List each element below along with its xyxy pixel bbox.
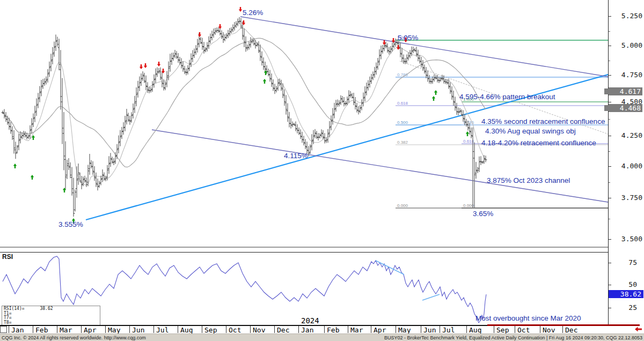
pane-divider[interactable] — [0, 247, 644, 248]
buy-signal-arrow-icon — [434, 90, 437, 95]
chart-annotation[interactable]: 4.35% second retracement confluence — [481, 117, 605, 125]
month-label[interactable]: Nov — [253, 326, 265, 334]
price-axis[interactable]: 5.2505.0004.7504.5004.2504.0003.7503.500… — [608, 0, 644, 333]
month-label[interactable]: Aug — [469, 326, 481, 334]
month-tick — [81, 326, 82, 333]
month-label[interactable]: Apr — [84, 326, 96, 334]
price-level-badge: 4.617 — [609, 87, 642, 95]
month-label[interactable]: May — [108, 326, 120, 334]
month-label[interactable]: Nov — [543, 326, 555, 334]
rsi-info-line: T7= — [4, 316, 100, 321]
sell-signal-arrow-icon — [198, 32, 201, 37]
month-tick — [33, 326, 33, 333]
chart-annotation[interactable]: 4.30% Aug equal swings obj — [485, 127, 576, 135]
month-tick — [226, 326, 226, 333]
price-axis-tick — [609, 102, 611, 102]
time-axis-corner-box[interactable] — [0, 326, 7, 333]
buy-signal-arrow-icon — [432, 96, 435, 101]
rsi-axis-tick — [609, 263, 611, 263]
chart-annotation[interactable]: Most overbought since Mar 2020 — [475, 314, 581, 322]
month-tick — [540, 326, 540, 333]
month-label[interactable]: Dec — [565, 326, 577, 334]
price-axis-label: 3.750 — [610, 194, 642, 202]
month-label[interactable]: Sep — [204, 326, 217, 334]
sell-signal-arrow-icon — [144, 63, 147, 68]
month-label[interactable]: Jul — [156, 326, 169, 334]
month-tick — [421, 326, 421, 333]
chart-annotation[interactable]: 4.595-4.66% pattern breakout — [459, 93, 555, 101]
month-tick — [515, 326, 515, 333]
chart-annotation[interactable]: 5.26% — [243, 9, 263, 17]
rsi-pane-label: RSI — [2, 253, 13, 261]
statusbar-copyright: CQG Inc. © 2024 All rights reserved worl… — [2, 335, 146, 340]
month-tick — [371, 326, 371, 333]
month-label[interactable]: Apr — [374, 326, 386, 334]
sell-signal-arrow-icon — [397, 45, 400, 50]
price-axis-label: 3.500 — [610, 235, 642, 243]
price-level-badge: 4.468 — [609, 104, 642, 112]
month-label[interactable]: Dec — [277, 326, 289, 334]
month-tick — [396, 326, 396, 333]
month-tick — [153, 326, 154, 333]
month-label[interactable]: Jun — [132, 326, 144, 334]
month-label[interactable]: Oct — [229, 326, 241, 334]
sell-signal-arrow-icon — [157, 62, 160, 66]
price-axis-tick — [609, 16, 611, 17]
month-label[interactable]: Jan — [11, 326, 24, 334]
month-label[interactable]: Jan — [301, 326, 313, 334]
month-label[interactable]: Oct — [517, 326, 530, 334]
scroll-left-arrow-icon[interactable] — [634, 326, 642, 332]
price-axis-minor-tick — [609, 31, 610, 32]
price-axis-tick — [609, 75, 611, 76]
month-tick — [562, 326, 563, 333]
rsi-study-infobox[interactable]: RSI(14)= 38.62 T1= T7= T8= — [2, 306, 100, 325]
chart-annotation[interactable]: 4.115% — [284, 152, 308, 160]
month-tick — [250, 326, 251, 333]
month-label[interactable]: May — [398, 326, 411, 334]
chart-annotation[interactable]: 3.555% — [58, 220, 83, 228]
month-tick — [105, 326, 106, 333]
price-axis-tick — [609, 239, 611, 240]
rsi-info-line: T8= — [4, 321, 100, 325]
price-axis-tick — [609, 136, 611, 136]
price-axis-minor-tick — [609, 61, 610, 61]
month-label[interactable]: Aug — [180, 326, 193, 334]
fib-level-label: 0.382 — [397, 140, 408, 145]
chart-plot-area[interactable]: 1.0000.7860.6180.5000.3820.0001.0000.786… — [0, 0, 608, 325]
month-tick — [129, 326, 130, 333]
month-tick — [440, 326, 440, 333]
rsi-info-line: T1= — [4, 312, 100, 316]
month-label[interactable]: Jun — [423, 326, 436, 334]
price-axis-minor-tick — [609, 219, 610, 219]
cqg-chart-window: 1.0000.7860.6180.5000.3820.0001.0000.786… — [0, 0, 644, 341]
month-tick — [494, 326, 494, 333]
price-level-badge-tab — [604, 105, 609, 111]
price-axis-label: 5.000 — [610, 41, 642, 49]
chart-annotation[interactable]: 3.65% — [473, 210, 493, 218]
price-level-badge-tab — [604, 88, 609, 94]
month-label[interactable]: Feb — [327, 326, 339, 334]
buy-signal-arrow-icon — [13, 164, 17, 168]
price-axis-minor-tick — [609, 151, 610, 152]
price-axis-label: 5.250 — [610, 12, 642, 20]
price-axis-tick — [609, 46, 611, 46]
fib-level-label: 0.000 — [397, 203, 408, 208]
time-axis[interactable]: JanFebMarAprMayJunJulAugSepOctNovDecJanF… — [0, 326, 644, 333]
month-label[interactable]: Mar — [350, 326, 363, 334]
buy-signal-arrow-icon — [263, 79, 266, 84]
month-label[interactable]: Mar — [60, 326, 72, 334]
month-label[interactable]: Jul — [442, 326, 455, 334]
month-label[interactable]: Sep — [496, 326, 509, 334]
rsi-axis-tick — [609, 285, 611, 285]
year-label: 2024 — [301, 316, 319, 325]
month-tick — [324, 326, 325, 333]
sell-signal-arrow-icon — [218, 24, 222, 29]
rsi-pane-border — [0, 252, 608, 253]
chart-annotation[interactable]: 4.18-4.20% retracement confluence — [481, 139, 596, 147]
chart-annotation[interactable]: 3.875% Oct 2023 channel — [487, 176, 570, 184]
month-tick — [298, 326, 299, 333]
sell-signal-arrow-icon — [383, 40, 386, 45]
month-label[interactable]: Feb — [35, 326, 48, 334]
price-bars — [2, 17, 487, 217]
chart-annotation[interactable]: 5.05% — [398, 34, 418, 42]
